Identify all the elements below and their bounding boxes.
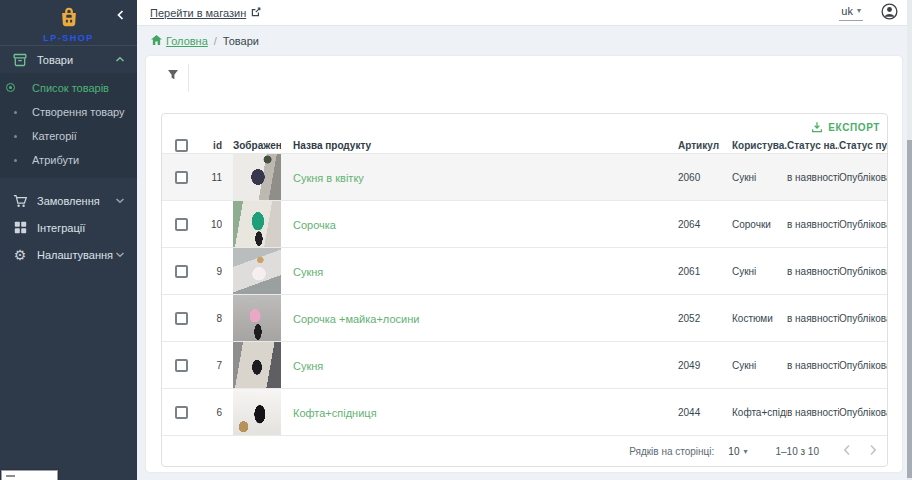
row-checkbox[interactable] [175, 218, 188, 231]
row-id: 10 [200, 219, 222, 230]
product-photo[interactable] [233, 389, 281, 435]
row-checkbox[interactable] [175, 359, 188, 372]
sidebar-item-create-product[interactable]: Створення товару [0, 100, 137, 124]
row-id: 6 [200, 407, 222, 418]
row-stock-status: в наявності [787, 219, 839, 230]
row-stock-status: в наявності [787, 407, 839, 418]
row-category: Кофта+спідниці [732, 407, 787, 418]
column-header-name[interactable]: Назва продукту [281, 140, 678, 151]
row-sku: 2049 [678, 360, 732, 371]
submenu-item-label: Атрибути [32, 154, 79, 166]
next-page-button[interactable] [869, 444, 877, 459]
row-category: Сукні [732, 172, 787, 183]
row-sku: 2064 [678, 219, 732, 230]
main-panel: ЕКСПОРТ id Зображення Назва продукту Арт… [146, 56, 902, 472]
previous-page-button[interactable] [843, 444, 851, 459]
table-row[interactable]: 8 Сорочка +майка+лосини 2052 Костюми в н… [162, 294, 887, 341]
breadcrumb-home-label: Головна [166, 35, 208, 47]
home-icon [151, 35, 162, 47]
top-bar: Перейти в магазин uk [137, 0, 912, 26]
sidebar-item-integrations[interactable]: Інтеграції [0, 214, 137, 241]
product-name-link[interactable]: Сорочка [293, 219, 336, 231]
product-photo[interactable] [233, 342, 281, 388]
row-checkbox[interactable] [175, 312, 188, 325]
divider [188, 64, 189, 92]
download-icon [811, 121, 823, 135]
row-publish-status: Опубліковано [839, 407, 887, 418]
column-header-sku[interactable]: Артикул [678, 140, 732, 151]
sidebar-item-categories[interactable]: Категорії [0, 124, 137, 148]
product-photo[interactable] [233, 295, 281, 341]
column-header-stock-status[interactable]: Статус на... [787, 140, 839, 151]
sidebar-item-orders[interactable]: Замовлення [0, 187, 137, 214]
chevron-up-icon [115, 56, 125, 63]
product-photo[interactable] [233, 248, 281, 294]
funnel-icon [167, 69, 179, 84]
rows-per-page-value: 10 [728, 446, 739, 457]
chevron-left-icon [843, 444, 851, 459]
sidebar-collapse-button[interactable] [114, 6, 127, 25]
language-value: uk [841, 5, 853, 17]
column-header-publish-status[interactable]: Статус пу... [839, 140, 887, 151]
row-stock-status: в наявності [787, 360, 839, 371]
breadcrumb-separator: / [214, 35, 217, 47]
logo-text: LP-SHOP [0, 33, 137, 43]
go-to-store-link[interactable]: Перейти в магазин [150, 7, 261, 19]
account-circle-icon [881, 3, 898, 23]
table-row[interactable]: 11 Сукня в квітку 2060 Сукні в наявності… [162, 153, 887, 200]
store-link-label: Перейти в магазин [150, 7, 246, 19]
external-link-icon [251, 7, 261, 19]
product-name-link[interactable]: Кофта+спідниця [293, 407, 377, 419]
language-select[interactable]: uk [839, 5, 863, 21]
rows-per-page-label: Рядків на сторінці: [629, 446, 714, 457]
scrollbar-thumb[interactable] [907, 140, 912, 478]
table-footer: Рядків на сторінці: 10 1–10 з 10 [162, 435, 887, 466]
dot-icon [14, 159, 17, 162]
sidebar-nav: Товари Список товарів Створення товару К… [0, 46, 137, 268]
filter-button[interactable] [167, 69, 179, 84]
row-publish-status: Опубліковано [839, 219, 887, 230]
row-id: 7 [200, 360, 222, 371]
column-header-user[interactable]: Користува... [732, 140, 787, 151]
sidebar-item-product-list[interactable]: Список товарів [0, 76, 137, 100]
radio-selected-icon [6, 83, 15, 92]
table-row[interactable]: 9 Сукня 2061 Сукні в наявності Опубліков… [162, 247, 887, 294]
table-row[interactable]: 6 Кофта+спідниця 2044 Кофта+спідниці в н… [162, 388, 887, 435]
row-sku: 2061 [678, 266, 732, 277]
sidebar-item-attributes[interactable]: Атрибути [0, 148, 137, 172]
chevron-down-icon [115, 197, 125, 204]
table-row[interactable]: 10 Сорочка 2064 Сорочки в наявності Опуб… [162, 200, 887, 247]
row-id: 9 [200, 266, 222, 277]
row-category: Сорочки [732, 219, 787, 230]
row-checkbox[interactable] [175, 406, 188, 419]
vertical-scrollbar[interactable] [907, 0, 912, 480]
table-row[interactable]: 7 Сукня 2049 Сукні в наявності Опубліков… [162, 341, 887, 388]
product-name-link[interactable]: Сукня [293, 266, 323, 278]
rows-per-page-select[interactable]: 10 [728, 446, 747, 457]
product-photo[interactable] [233, 201, 281, 247]
sidebar: LP-SHOP Товари Спи [0, 0, 137, 480]
grid-apps-icon [12, 221, 28, 234]
shop-bag-icon [58, 6, 80, 32]
product-photo[interactable] [233, 154, 281, 200]
column-header-image[interactable]: Зображення [222, 140, 281, 151]
export-row: ЕКСПОРТ [162, 114, 887, 137]
select-all-checkbox[interactable] [175, 139, 188, 152]
breadcrumb-home-link[interactable]: Головна [151, 35, 208, 47]
shopping-cart-icon [12, 194, 28, 208]
sidebar-item-settings[interactable]: Налаштування [0, 241, 137, 268]
export-button[interactable]: ЕКСПОРТ [811, 121, 880, 135]
dot-icon [14, 111, 17, 114]
product-name-link[interactable]: Сукня [293, 360, 323, 372]
column-header-id[interactable]: id [200, 140, 222, 151]
submenu-item-label: Список товарів [32, 82, 109, 94]
submenu-item-label: Створення товару [32, 106, 125, 118]
row-checkbox[interactable] [175, 265, 188, 278]
sidebar-item-products[interactable]: Товари [0, 46, 137, 73]
breadcrumb: Головна / Товари [137, 27, 904, 55]
account-button[interactable] [881, 3, 898, 23]
product-name-link[interactable]: Сукня в квітку [293, 172, 364, 184]
row-checkbox[interactable] [175, 171, 188, 184]
sidebar-item-label: Замовлення [37, 195, 115, 207]
product-name-link[interactable]: Сорочка +майка+лосини [293, 313, 419, 325]
